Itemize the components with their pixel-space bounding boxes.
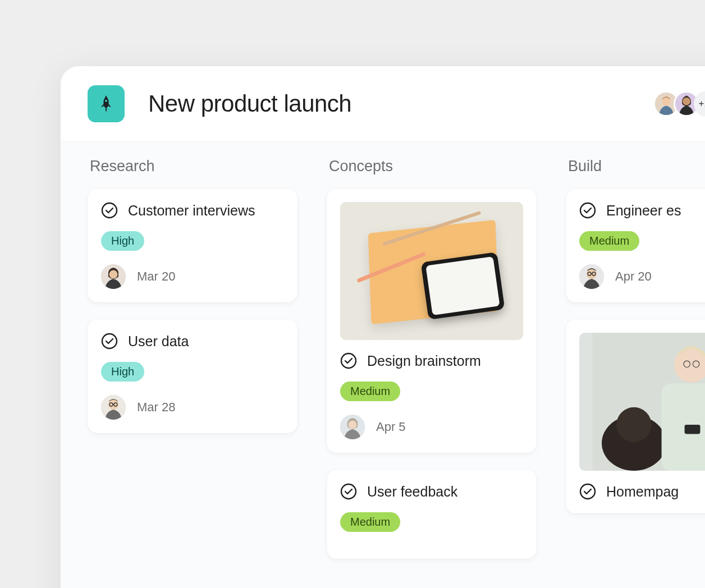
due-date: Mar 20 <box>137 269 175 284</box>
svg-rect-34 <box>685 425 701 434</box>
task-card[interactable]: Design brainstorm Medium Apr 5 <box>327 189 537 453</box>
due-date: Apr 5 <box>376 420 406 434</box>
check-circle-icon[interactable] <box>101 333 118 350</box>
rocket-icon <box>88 85 125 122</box>
svg-point-5 <box>683 98 690 105</box>
check-circle-icon[interactable] <box>340 483 357 500</box>
priority-tag: Medium <box>340 512 400 532</box>
project-header: New product launch +18 <box>61 66 705 142</box>
check-circle-icon[interactable] <box>579 483 596 500</box>
task-card[interactable]: User feedback Medium <box>327 470 537 559</box>
task-title: User feedback <box>367 484 457 500</box>
priority-tag: High <box>101 362 144 382</box>
priority-tag: Medium <box>579 231 639 251</box>
column-title: Research <box>88 158 297 175</box>
svg-point-0 <box>105 100 107 102</box>
check-circle-icon[interactable] <box>340 352 357 369</box>
column-research: Research Customer interviews High Mar 20 <box>88 158 297 588</box>
due-date: Mar 28 <box>137 400 175 415</box>
avatar[interactable] <box>101 395 126 420</box>
task-card[interactable]: Customer interviews High Mar 20 <box>88 189 297 302</box>
project-title: New product launch <box>148 90 653 117</box>
task-title: Homempag <box>606 484 679 500</box>
svg-point-10 <box>102 334 117 348</box>
column-title: Build <box>566 158 705 175</box>
svg-point-6 <box>102 203 117 218</box>
svg-point-21 <box>580 203 595 218</box>
column-build: Build Engineer es Medium Apr 20 <box>566 158 705 588</box>
svg-point-29 <box>616 407 651 442</box>
priority-tag: High <box>101 231 144 251</box>
task-card[interactable]: User data High Mar 28 <box>88 319 297 433</box>
due-date: Apr 20 <box>615 269 652 284</box>
svg-point-9 <box>109 270 118 279</box>
project-members[interactable]: +18 <box>653 91 705 117</box>
task-title: User data <box>128 333 189 350</box>
avatar[interactable] <box>579 264 604 289</box>
check-circle-icon[interactable] <box>579 202 596 219</box>
app-window: New product launch +18 Research Customer… <box>61 66 705 588</box>
kanban-board: Research Customer interviews High Mar 20 <box>61 142 705 588</box>
avatar[interactable] <box>101 264 126 289</box>
svg-point-35 <box>580 484 595 499</box>
check-circle-icon[interactable] <box>101 202 118 219</box>
card-cover-image <box>340 202 523 340</box>
task-title: Design brainstorm <box>367 353 481 369</box>
svg-point-16 <box>341 353 356 368</box>
card-cover-image <box>579 333 705 471</box>
avatar[interactable] <box>340 415 365 439</box>
task-card[interactable]: Homempag <box>566 319 705 513</box>
column-title: Concepts <box>327 158 537 175</box>
priority-tag: Medium <box>340 382 400 401</box>
task-card[interactable]: Engineer es Medium Apr 20 <box>566 189 705 302</box>
task-title: Customer interviews <box>128 203 255 219</box>
column-concepts: Concepts Design brainstorm Medium <box>327 158 537 588</box>
svg-point-19 <box>349 421 357 429</box>
task-title: Engineer es <box>606 203 681 219</box>
svg-point-20 <box>341 484 356 499</box>
